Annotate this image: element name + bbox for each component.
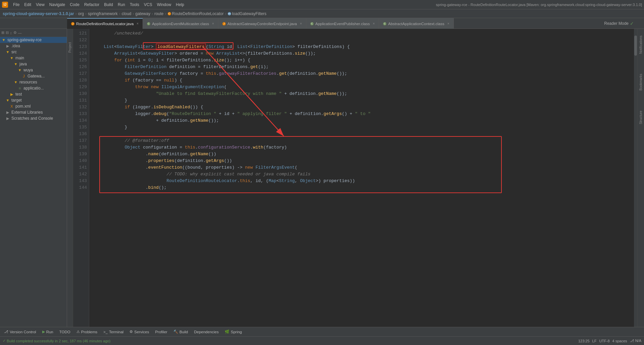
tree-src[interactable]: ▼ src — [0, 49, 67, 55]
tree-wuya[interactable]: ▼ wuya — [0, 67, 67, 73]
code-line-139: .name(definition.getName()) — [93, 151, 631, 158]
code-line-132: if (logger.isDebugEnabled()) { — [93, 104, 631, 111]
profiler-btn[interactable]: Profiler — [152, 329, 170, 335]
tab-event-publisher[interactable]: C ApplicationEventPublisher.class × — [306, 18, 379, 29]
scrollbar-thumb[interactable] — [634, 36, 637, 56]
target-folder-icon: ▼ — [5, 98, 10, 102]
tree-target[interactable]: ▼ target — [0, 97, 67, 103]
scratches-icon: ▶ — [5, 116, 10, 121]
bc-class[interactable]: C RouteDefinitionRouteLocator — [168, 11, 224, 16]
ln-139: 139 — [73, 151, 87, 158]
ln-123: 123 — [73, 44, 87, 50]
dependencies-btn[interactable]: Dependencies — [191, 329, 221, 335]
gateway-class-label: Gatewa... — [28, 74, 45, 78]
menu-build[interactable]: Build — [102, 2, 115, 8]
gateway-file-icon: J — [21, 74, 26, 78]
tab-close-1[interactable]: × — [137, 22, 139, 25]
tab-app-context[interactable]: C AbstractApplicationContext.class × — [379, 18, 453, 29]
tree-icon-4[interactable]: ⚙ — [13, 31, 17, 35]
bc-route[interactable]: route — [154, 11, 163, 16]
menu-refactor[interactable]: Refactor — [82, 2, 102, 8]
build-icon: 🔨 — [173, 330, 178, 334]
notifications-panel[interactable]: Notifications — [639, 36, 643, 54]
menu-edit[interactable]: Edit — [22, 2, 34, 8]
project-name[interactable]: spring-cloud-gateway-server-3.1.0.jar — [3, 11, 74, 16]
terminal-btn[interactable]: >_ Terminal — [101, 329, 126, 335]
tree-resources[interactable]: ▼ resources — [0, 79, 67, 85]
menu-vcs[interactable]: VCS — [142, 2, 155, 8]
tree-pom[interactable]: X pom.xml — [0, 103, 67, 109]
tab-label-5: AbstractApplicationContext.class — [388, 22, 444, 26]
tree-icon-5[interactable]: — — [18, 31, 22, 35]
pom-file-icon: X — [9, 104, 14, 108]
tree-scratches[interactable]: ▶ Scratches and Console — [0, 115, 67, 121]
tab-event-multicaster[interactable]: C ApplicationEventMulticaster.class × — [143, 18, 218, 29]
encoding-indicator[interactable]: UTF-8 — [599, 339, 609, 343]
ln-131: 131 — [73, 97, 87, 104]
config-file-icon: ≡ — [17, 86, 22, 90]
tree-project-root[interactable]: ▼ spring-gateway-rce — [0, 37, 67, 43]
menu-view[interactable]: View — [34, 2, 47, 8]
ln-137: 137 — [73, 137, 87, 144]
tree-icon-1[interactable]: ⊞ — [1, 31, 4, 35]
code-content[interactable]: /unchecked/ List<GatewayFilter> loadGate… — [89, 29, 634, 327]
tree-java[interactable]: ▼ java — [0, 61, 67, 67]
reader-mode-button[interactable]: Reader Mode ✓ — [604, 21, 634, 26]
tab-close-4[interactable]: × — [373, 22, 375, 25]
bc-gateway[interactable]: gateway — [135, 11, 150, 16]
menu-help[interactable]: Help — [173, 2, 186, 8]
menu-run[interactable]: Run — [115, 2, 127, 8]
build-btn[interactable]: 🔨 Build — [171, 329, 191, 335]
menu-tools[interactable]: Tools — [127, 2, 142, 8]
tree-main[interactable]: ▼ main — [0, 55, 67, 61]
todo-btn[interactable]: TODO — [57, 329, 73, 335]
bc-springframework[interactable]: springframework — [88, 11, 118, 16]
services-btn[interactable]: ⚙ Services — [127, 329, 152, 335]
tree-application-config[interactable]: ≡ applicatio... — [0, 85, 67, 91]
tree-test[interactable]: ▶ test — [0, 91, 67, 97]
problems-btn[interactable]: ⚠ Problems — [74, 329, 100, 335]
menu-window[interactable]: Window — [155, 2, 174, 8]
code-line-131: } — [93, 97, 631, 104]
spring-btn[interactable]: 🌿 Spring — [222, 329, 245, 335]
tab-close-3[interactable]: × — [300, 22, 302, 25]
tab-close-2[interactable]: × — [212, 22, 214, 25]
indent-indicator[interactable]: 4 spaces — [612, 339, 627, 343]
config-label: applicatio... — [23, 86, 44, 91]
vertical-scrollbar[interactable] — [634, 29, 637, 327]
git-branch-indicator[interactable]: ⎇ N/A — [630, 339, 641, 343]
left-panel-project[interactable]: Project — [68, 42, 72, 53]
bc-method[interactable]: m loadGatewayFilters — [228, 11, 267, 16]
code-line-125: for (int i = 0; i < filterDefinitions.si… — [93, 57, 631, 64]
tab-route-definition[interactable]: J RouteDefinitionRouteLocator.java × — [67, 18, 143, 29]
tab-label-1: RouteDefinitionRouteLocator.java — [76, 22, 133, 26]
menu-navigate[interactable]: Navigate — [47, 2, 67, 8]
bc-org[interactable]: org — [78, 11, 84, 16]
project-tree: ⊞ ⊟ ↕ ⚙ — ▼ spring-gateway-rce ▶ .idea ▼… — [0, 29, 67, 327]
menu-file[interactable]: File — [11, 2, 22, 8]
bc-cloud[interactable]: cloud — [122, 11, 131, 16]
menu-code[interactable]: Code — [67, 2, 82, 8]
tree-icon-3[interactable]: ↕ — [10, 31, 12, 35]
lf-indicator[interactable]: LF — [592, 339, 597, 343]
bookmarks-panel[interactable]: Bookmarks — [639, 74, 643, 91]
ln-122: 122 — [73, 37, 87, 44]
version-control-btn[interactable]: ⎇ Version Control — [1, 329, 39, 335]
tree-gateway-class[interactable]: J Gatewa... — [0, 73, 67, 79]
line-col-indicator[interactable]: 123:25 — [578, 339, 590, 343]
test-folder-icon: ▶ — [9, 92, 14, 97]
run-icon: ▶ — [42, 330, 45, 334]
tree-idea[interactable]: ▶ .idea — [0, 43, 67, 49]
project-folder-icon: ▼ — [1, 38, 6, 42]
tab-close-5[interactable]: × — [447, 22, 449, 25]
ln-140: 140 — [73, 158, 87, 164]
tree-external-libs[interactable]: ▶ External Libraries — [0, 109, 67, 115]
wuya-folder-icon: ▼ — [17, 68, 22, 72]
src-label: src — [11, 50, 17, 54]
tab-gateway-controller[interactable]: J AbstractGatewayControllerEndpoint.java… — [218, 18, 306, 29]
tree-icon-2[interactable]: ⊟ — [6, 31, 9, 35]
structure-panel[interactable]: Structure — [639, 111, 643, 124]
ln-129: 129 — [73, 84, 87, 91]
run-btn[interactable]: ▶ Run — [40, 329, 56, 335]
tab-label-4: ApplicationEventPublisher.class — [315, 22, 370, 26]
